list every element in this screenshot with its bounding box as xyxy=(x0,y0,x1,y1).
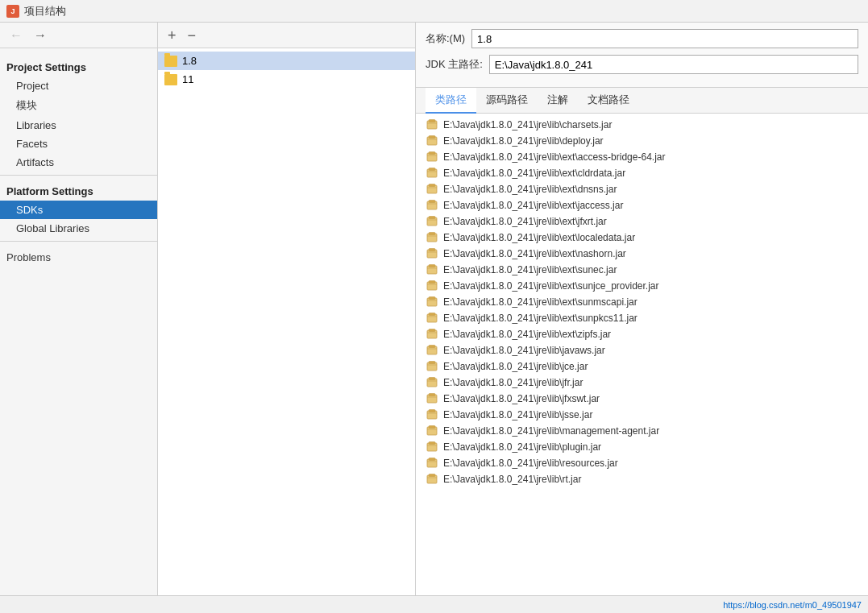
file-list-item[interactable]: E:\Java\jdk1.8.0_241\jre\lib\charsets.ja… xyxy=(416,117,868,133)
jar-icon xyxy=(426,360,438,373)
sidebar-item-modules[interactable]: 模块 xyxy=(0,95,157,116)
svg-rect-22 xyxy=(429,233,435,235)
folder-icon-11 xyxy=(164,74,177,85)
svg-rect-46 xyxy=(429,362,435,364)
remove-sdk-button[interactable]: − xyxy=(185,28,200,43)
jar-icon xyxy=(426,296,438,309)
sidebar-item-global-libraries[interactable]: Global Libraries xyxy=(0,219,157,238)
jar-icon xyxy=(426,199,438,212)
center-toolbar: + − xyxy=(158,23,415,48)
file-path-text: E:\Java\jdk1.8.0_241\jre\lib\ext\access-… xyxy=(443,151,665,163)
jar-icon xyxy=(426,457,438,470)
file-path-text: E:\Java\jdk1.8.0_241\jre\lib\ext\sunec.j… xyxy=(443,264,617,275)
file-list-item[interactable]: E:\Java\jdk1.8.0_241\jre\lib\jce.jar xyxy=(416,358,868,375)
center-panel: + − 1.8 11 xyxy=(158,23,416,595)
file-path-text: E:\Java\jdk1.8.0_241\jre\lib\resources.j… xyxy=(443,458,618,469)
svg-rect-25 xyxy=(429,249,435,251)
file-list-item[interactable]: E:\Java\jdk1.8.0_241\jre\lib\management-… xyxy=(416,423,868,439)
sidebar-divider-2 xyxy=(0,241,157,242)
file-list-item[interactable]: E:\Java\jdk1.8.0_241\jre\lib\ext\zipfs.j… xyxy=(416,326,868,342)
file-list-item[interactable]: E:\Java\jdk1.8.0_241\jre\lib\javaws.jar xyxy=(416,342,868,358)
file-list-item[interactable]: E:\Java\jdk1.8.0_241\jre\lib\ext\localed… xyxy=(416,230,868,246)
file-path-text: E:\Java\jdk1.8.0_241\jre\lib\management-… xyxy=(443,425,659,437)
svg-rect-34 xyxy=(429,297,435,300)
file-list-item[interactable]: E:\Java\jdk1.8.0_241\jre\lib\jfxswt.jar xyxy=(416,391,868,407)
title-bar: J 项目结构 xyxy=(0,0,868,23)
file-list-item[interactable]: E:\Java\jdk1.8.0_241\jre\lib\ext\access-… xyxy=(416,149,868,165)
file-list-item[interactable]: E:\Java\jdk1.8.0_241\jre\lib\rt.jar xyxy=(416,471,868,487)
name-row: 名称:(M) xyxy=(426,29,858,48)
back-button[interactable]: ← xyxy=(6,27,26,43)
file-list-item[interactable]: E:\Java\jdk1.8.0_241\jre\lib\resources.j… xyxy=(416,455,868,471)
file-path-text: E:\Java\jdk1.8.0_241\jre\lib\ext\cldrdat… xyxy=(443,168,625,179)
svg-rect-58 xyxy=(429,426,435,429)
file-path-text: E:\Java\jdk1.8.0_241\jre\lib\ext\jaccess… xyxy=(443,200,623,211)
jdk-path-row: JDK 主路径: xyxy=(426,55,858,74)
sidebar-item-artifacts[interactable]: Artifacts xyxy=(0,153,157,172)
sdk-label-11: 11 xyxy=(182,73,193,85)
file-path-text: E:\Java\jdk1.8.0_241\jre\lib\ext\nashorn… xyxy=(443,248,626,259)
jdk-path-input[interactable] xyxy=(489,55,858,74)
jar-icon xyxy=(426,247,438,260)
sdk-list: 1.8 11 xyxy=(158,48,415,595)
file-path-text: E:\Java\jdk1.8.0_241\jre\lib\ext\dnsns.j… xyxy=(443,184,617,195)
svg-rect-55 xyxy=(429,410,435,412)
svg-rect-43 xyxy=(429,346,435,348)
jar-icon xyxy=(426,376,438,389)
tabs-bar: 类路径 源码路径 注解 文档路径 xyxy=(416,88,868,114)
file-path-text: E:\Java\jdk1.8.0_241\jre\lib\rt.jar xyxy=(443,474,581,485)
svg-rect-31 xyxy=(429,281,435,284)
file-list-item[interactable]: E:\Java\jdk1.8.0_241\jre\lib\plugin.jar xyxy=(416,439,868,455)
file-path-text: E:\Java\jdk1.8.0_241\jre\lib\ext\zipfs.j… xyxy=(443,329,611,340)
name-input[interactable] xyxy=(471,29,858,48)
jdk-path-label: JDK 主路径: xyxy=(426,57,483,72)
svg-rect-64 xyxy=(429,458,435,461)
sidebar: ← → Project Settings Project 模块 Librarie… xyxy=(0,23,158,595)
tab-docpath[interactable]: 文档路径 xyxy=(578,88,639,114)
tab-sourcepath[interactable]: 源码路径 xyxy=(476,88,538,114)
jar-icon xyxy=(426,344,438,357)
detail-header: 名称:(M) JDK 主路径: xyxy=(416,23,868,88)
file-list-item[interactable]: E:\Java\jdk1.8.0_241\jre\lib\ext\sunmsca… xyxy=(416,294,868,310)
sidebar-item-project[interactable]: Project xyxy=(0,77,157,95)
file-path-text: E:\Java\jdk1.8.0_241\jre\lib\jsse.jar xyxy=(443,409,592,420)
file-list-item[interactable]: E:\Java\jdk1.8.0_241\jre\lib\ext\jfxrt.j… xyxy=(416,213,868,230)
file-list-item[interactable]: E:\Java\jdk1.8.0_241\jre\lib\ext\sunjce_… xyxy=(416,278,868,294)
svg-rect-52 xyxy=(429,394,435,396)
jar-icon xyxy=(426,118,438,131)
tab-annotation[interactable]: 注解 xyxy=(538,88,578,114)
title-bar-text: 项目结构 xyxy=(24,4,66,19)
file-list-item[interactable]: E:\Java\jdk1.8.0_241\jre\lib\ext\cldrdat… xyxy=(416,165,868,181)
svg-rect-19 xyxy=(429,217,435,219)
svg-rect-49 xyxy=(429,378,435,380)
sidebar-item-sdks[interactable]: SDKs xyxy=(0,201,157,219)
sdk-item-1.8[interactable]: 1.8 xyxy=(158,52,415,70)
jar-icon xyxy=(426,167,438,180)
file-list-item[interactable]: E:\Java\jdk1.8.0_241\jre\lib\ext\jaccess… xyxy=(416,197,868,213)
file-path-text: E:\Java\jdk1.8.0_241\jre\lib\ext\sunpkcs… xyxy=(443,313,638,324)
file-path-text: E:\Java\jdk1.8.0_241\jre\lib\plugin.jar xyxy=(443,441,601,453)
jar-icon xyxy=(426,135,438,147)
file-list-item[interactable]: E:\Java\jdk1.8.0_241\jre\lib\jsse.jar xyxy=(416,407,868,423)
forward-button[interactable]: → xyxy=(31,27,50,43)
sdk-item-11[interactable]: 11 xyxy=(158,70,415,89)
svg-rect-16 xyxy=(429,201,435,203)
status-bar: https://blog.csdn.net/m0_49501947 xyxy=(0,595,868,613)
sdk-label-1.8: 1.8 xyxy=(182,55,197,67)
tab-classpath[interactable]: 类路径 xyxy=(426,88,476,114)
file-list-item[interactable]: E:\Java\jdk1.8.0_241\jre\lib\ext\sunec.j… xyxy=(416,262,868,278)
svg-rect-37 xyxy=(429,313,435,316)
svg-rect-61 xyxy=(429,442,435,445)
file-list-item[interactable]: E:\Java\jdk1.8.0_241\jre\lib\ext\nashorn… xyxy=(416,246,868,262)
sidebar-item-problems[interactable]: Problems xyxy=(0,245,157,267)
sidebar-item-facets[interactable]: Facets xyxy=(0,135,157,153)
add-sdk-button[interactable]: + xyxy=(164,28,180,43)
file-list-item[interactable]: E:\Java\jdk1.8.0_241\jre\lib\ext\sunpkcs… xyxy=(416,310,868,326)
file-list-item[interactable]: E:\Java\jdk1.8.0_241\jre\lib\ext\dnsns.j… xyxy=(416,181,868,197)
right-panel: 名称:(M) JDK 主路径: 类路径 源码路径 注解 文档路径 E:\Java… xyxy=(416,23,868,595)
file-list-item[interactable]: E:\Java\jdk1.8.0_241\jre\lib\deploy.jar xyxy=(416,133,868,149)
jar-icon xyxy=(426,263,438,276)
file-list-item[interactable]: E:\Java\jdk1.8.0_241\jre\lib\jfr.jar xyxy=(416,375,868,391)
sidebar-item-libraries[interactable]: Libraries xyxy=(0,116,157,135)
jar-icon xyxy=(426,183,438,196)
